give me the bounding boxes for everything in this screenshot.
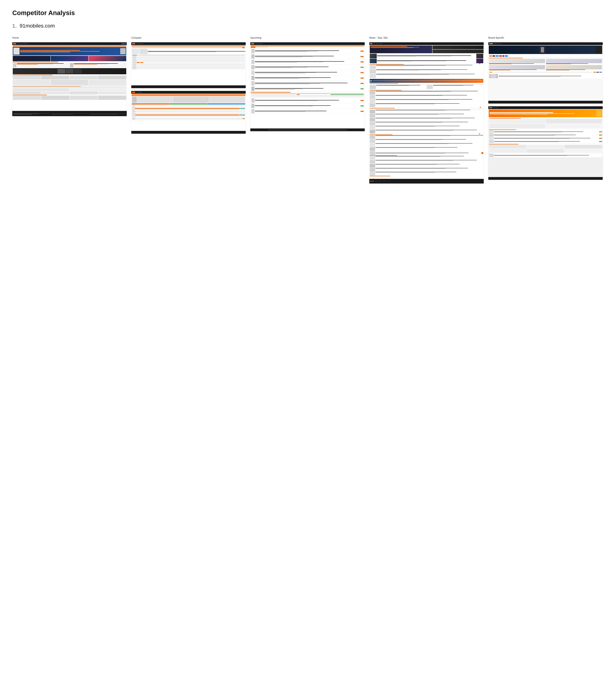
brand-screenshots (488, 42, 603, 180)
columns-wrapper: Home (12, 36, 603, 184)
column-home: Home (12, 36, 127, 116)
brand-screenshot-1 (488, 42, 603, 103)
home-screenshot (12, 42, 127, 116)
news-screenshots (369, 42, 484, 184)
upcoming-screenshot (250, 42, 365, 131)
brand-screenshot-2 (488, 106, 603, 180)
column-label-news: News - Sep. Site (369, 36, 388, 39)
section-name: 91mobiles.com (20, 23, 55, 29)
news-screenshot (369, 42, 484, 184)
column-compare: Compare (131, 36, 246, 134)
column-label-upcoming: Upcoming (250, 36, 261, 39)
column-upcoming: Upcoming (250, 36, 365, 131)
column-brand: Brand Specific (488, 36, 603, 180)
compare-screenshot-1 (131, 42, 246, 88)
column-news: News - Sep. Site (369, 36, 484, 184)
competitor-section: 1. 91mobiles.com Home (12, 23, 603, 184)
compare-screenshots (131, 42, 246, 134)
page-title: Competitor Analysis (12, 9, 603, 17)
home-screenshots (12, 42, 127, 116)
column-label-brand: Brand Specific (488, 36, 504, 39)
upcoming-screenshots (250, 42, 365, 131)
section-heading: 1. 91mobiles.com (12, 23, 603, 29)
compare-screenshot-2 (131, 91, 246, 134)
section-number: 1. (12, 23, 17, 29)
column-label-home: Home (12, 36, 19, 39)
column-label-compare: Compare (131, 36, 141, 39)
